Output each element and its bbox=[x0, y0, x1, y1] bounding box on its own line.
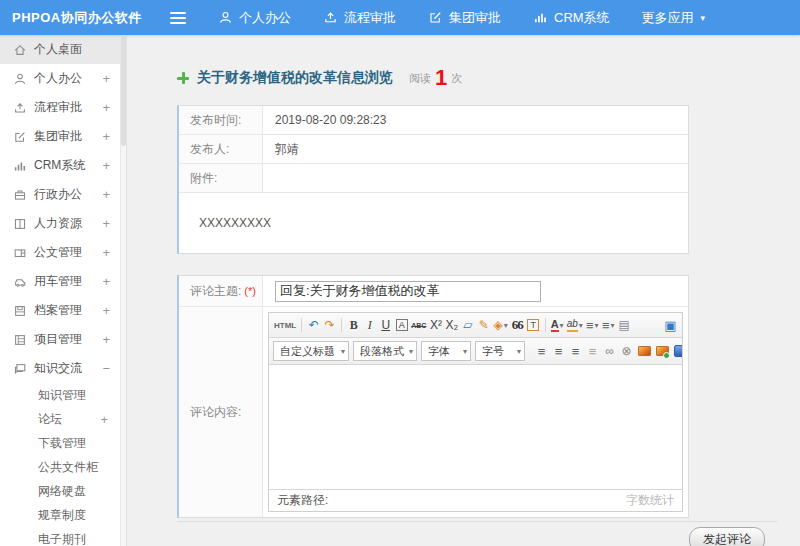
plus-icon bbox=[177, 72, 189, 84]
article-header: 关于财务增值税的改革信息浏览 阅读 1 次 bbox=[177, 68, 800, 88]
insert-image-button[interactable] bbox=[636, 342, 652, 361]
font-family-dropdown[interactable]: 字体▾ bbox=[421, 341, 471, 361]
menu-toggle-icon[interactable] bbox=[170, 12, 186, 24]
expand-toggle-icon[interactable]: + bbox=[102, 274, 110, 289]
sidebar-subitem-forum[interactable]: 论坛 + bbox=[0, 407, 120, 431]
strikethrough-button[interactable]: ABC bbox=[410, 316, 427, 335]
sidebar-item-project[interactable]: 项目管理 + bbox=[0, 325, 120, 354]
expand-toggle-icon[interactable]: + bbox=[102, 158, 110, 173]
redo-icon[interactable]: ↷ bbox=[322, 316, 337, 335]
read-count: 1 bbox=[435, 68, 447, 88]
scrollbar-thumb[interactable] bbox=[121, 36, 126, 146]
word-count-label[interactable]: 字数统计 bbox=[626, 492, 674, 509]
expand-toggle-icon[interactable]: + bbox=[102, 71, 110, 86]
expand-toggle-icon[interactable]: + bbox=[102, 303, 110, 318]
editor-content-area[interactable] bbox=[269, 365, 682, 489]
underline-button[interactable]: U bbox=[378, 316, 393, 335]
nav-personal-office[interactable]: 个人办公 bbox=[218, 9, 291, 27]
sidebar-item-workflow-approval[interactable]: 流程审批 + bbox=[0, 93, 120, 122]
font-border-button[interactable]: A bbox=[394, 316, 409, 335]
text-style-dropdown[interactable]: ◈▾ bbox=[492, 316, 508, 335]
sidebar-item-icon bbox=[13, 246, 27, 260]
editor-status-bar: 元素路径: 字数统计 bbox=[269, 489, 682, 511]
align-left-button[interactable]: ≡ bbox=[534, 342, 549, 361]
html-source-button[interactable]: HTML bbox=[273, 316, 297, 335]
caret-down-icon: ▾ bbox=[409, 347, 413, 356]
sidebar-item-knowledge-exchange[interactable]: 知识交流 − bbox=[0, 354, 120, 383]
toolbar-separator bbox=[545, 318, 546, 332]
comment-subject-input[interactable] bbox=[275, 281, 541, 302]
insert-video-button[interactable] bbox=[672, 342, 682, 361]
sidebar-item-admin-office[interactable]: 行政办公 + bbox=[0, 180, 120, 209]
sidebar-subitem-download[interactable]: 下载管理 bbox=[0, 431, 120, 455]
fullscreen-button[interactable]: ▣ bbox=[663, 316, 678, 335]
sidebar-item-label: 人力资源 bbox=[34, 215, 102, 232]
sidebar-item-label: 个人办公 bbox=[34, 70, 102, 87]
sidebar-item-archive[interactable]: 档案管理 + bbox=[0, 296, 120, 325]
superscript-button[interactable]: X² bbox=[428, 316, 443, 335]
nav-group-approval[interactable]: 集团审批 bbox=[428, 9, 501, 27]
nav-item-icon bbox=[428, 10, 443, 25]
font-size-dropdown[interactable]: 字号▾ bbox=[475, 341, 525, 361]
submit-comment-button[interactable]: 发起评论 bbox=[689, 527, 765, 546]
sidebar-item-official-doc[interactable]: 公文管理 + bbox=[0, 238, 120, 267]
expand-toggle-icon[interactable]: + bbox=[102, 216, 110, 231]
caret-down-icon: ▾ bbox=[611, 321, 615, 330]
sidebar-item-icon bbox=[13, 275, 27, 289]
sidebar-item-desktop[interactable]: 个人桌面 bbox=[0, 35, 120, 64]
nav-item-icon bbox=[533, 10, 548, 25]
paragraph-format-dropdown[interactable]: 段落格式▾ bbox=[353, 341, 417, 361]
expand-toggle-icon[interactable]: − bbox=[102, 361, 110, 376]
required-mark: (*) bbox=[244, 285, 256, 297]
sidebar-item-label: 用车管理 bbox=[34, 273, 102, 290]
format-painter-icon[interactable]: ✎ bbox=[476, 316, 491, 335]
expand-toggle-icon[interactable]: + bbox=[102, 245, 110, 260]
custom-title-dropdown[interactable]: 自定义标题▾ bbox=[273, 341, 349, 361]
scrawl-button[interactable] bbox=[654, 342, 670, 361]
expand-toggle-icon[interactable]: + bbox=[102, 332, 110, 347]
article-info-table: 发布时间: 2019-08-20 09:28:23 发布人: 郭靖 附件: bbox=[177, 105, 689, 254]
nav-crm[interactable]: CRM系统 bbox=[533, 9, 610, 27]
sidebar-scrollbar[interactable] bbox=[120, 35, 127, 546]
align-center-button[interactable]: ≡ bbox=[551, 342, 566, 361]
expand-toggle-icon[interactable]: + bbox=[100, 412, 108, 427]
sidebar-item-crm[interactable]: CRM系统 + bbox=[0, 151, 120, 180]
sidebar-subitem-knowledge-mgmt[interactable]: 知识管理 bbox=[0, 383, 120, 407]
sidebar-item-vehicle[interactable]: 用车管理 + bbox=[0, 267, 120, 296]
caret-down-icon: ▾ bbox=[517, 347, 521, 356]
nav-item-label: 流程审批 bbox=[344, 9, 396, 27]
sidebar-item-icon bbox=[13, 159, 27, 173]
align-right-button[interactable]: ≡ bbox=[568, 342, 583, 361]
insert-template-button[interactable]: T bbox=[526, 316, 541, 335]
nav-more-apps[interactable]: 更多应用 ▾ bbox=[642, 9, 706, 27]
eraser-icon[interactable]: ▱ bbox=[460, 316, 475, 335]
sidebar-subitem-public-cabinet[interactable]: 公共文件柜 bbox=[0, 455, 120, 479]
unordered-list-dropdown[interactable]: ≡▾ bbox=[601, 316, 616, 335]
expand-toggle-icon[interactable]: + bbox=[102, 187, 110, 202]
align-justify-button[interactable]: ≡ bbox=[585, 342, 600, 361]
italic-button[interactable]: I bbox=[362, 316, 377, 335]
nav-workflow-approval[interactable]: 流程审批 bbox=[323, 9, 396, 27]
sidebar-subitem-network-disk[interactable]: 网络硬盘 bbox=[0, 479, 120, 503]
undo-icon[interactable]: ↶ bbox=[306, 316, 321, 335]
sidebar-item-group-approval[interactable]: 集团审批 + bbox=[0, 122, 120, 151]
sidebar-subitem-rules[interactable]: 规章制度 bbox=[0, 503, 120, 527]
expand-toggle-icon[interactable]: + bbox=[102, 129, 110, 144]
sidebar-submenu: 知识管理 论坛 + 下载管理 公共文件柜 bbox=[0, 383, 120, 546]
blockquote-button[interactable]: 66 bbox=[510, 316, 525, 335]
sidebar-item-personal-office[interactable]: 个人办公 + bbox=[0, 64, 120, 93]
sidebar-item-hr[interactable]: 人力资源 + bbox=[0, 209, 120, 238]
subscript-button[interactable]: X₂ bbox=[444, 316, 459, 335]
ordered-list-dropdown[interactable]: ≡▾ bbox=[585, 316, 600, 335]
new-page-button[interactable]: ▤ bbox=[617, 316, 632, 335]
expand-toggle-icon[interactable]: + bbox=[102, 100, 110, 115]
sidebar-subitem-ejournal[interactable]: 电子期刊 bbox=[0, 527, 120, 546]
bold-button[interactable]: B bbox=[346, 316, 361, 335]
comment-form: 评论主题: (*) 评论内容: HTM bbox=[177, 275, 689, 518]
font-color-dropdown[interactable]: A▾ bbox=[550, 316, 565, 335]
unlink-button[interactable]: ⊗ bbox=[619, 342, 634, 361]
link-button[interactable]: ∞ bbox=[602, 342, 617, 361]
highlight-color-dropdown[interactable]: ab▾ bbox=[566, 316, 584, 335]
sidebar-subitem-label: 网络硬盘 bbox=[38, 483, 108, 500]
sidebar-item-label: CRM系统 bbox=[34, 157, 102, 174]
